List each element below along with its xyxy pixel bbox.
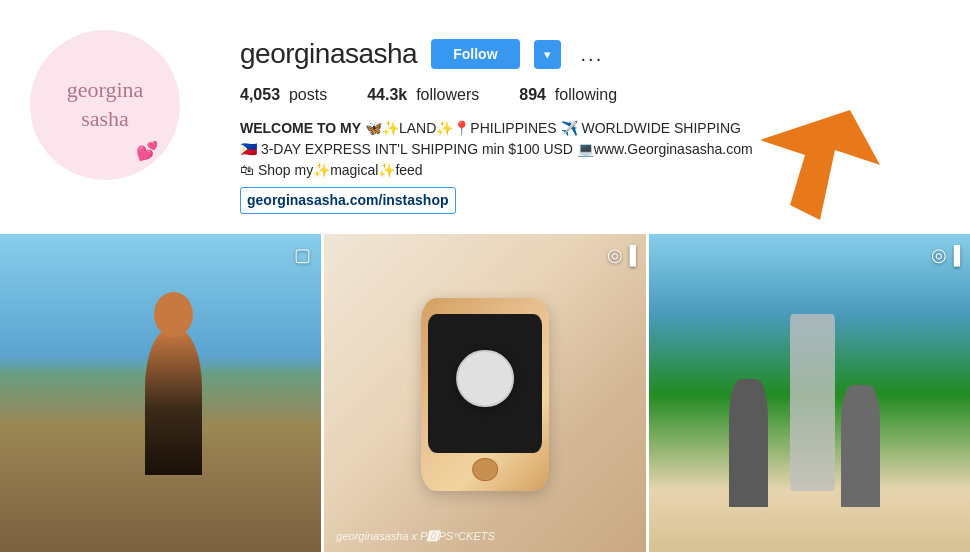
bio-line-1: WELCOME TO MY 🦋✨LAND✨📍PHILIPPINES ✈️ WOR… [240, 118, 760, 181]
media-type-icon-1: ▢ [294, 244, 311, 266]
posts-stat[interactable]: 4,053 posts [240, 86, 327, 104]
username: georginasasha [240, 38, 417, 70]
avatar[interactable]: georginasasha 💕 [30, 30, 180, 180]
more-options-button[interactable]: ... [575, 39, 610, 70]
bio-section: WELCOME TO MY 🦋✨LAND✨📍PHILIPPINES ✈️ WOR… [240, 118, 760, 214]
following-label: following [555, 86, 617, 103]
grid-item-1[interactable]: ▢ [0, 234, 321, 552]
following-count: 894 [519, 86, 546, 103]
posts-label: posts [289, 86, 327, 103]
profile-info: georginasasha Follow ▾ ... 4,053 posts 4… [240, 30, 940, 214]
media-type-icon-3: ◎▐ [931, 244, 960, 266]
grid-item-2[interactable]: ◎▐ georginasasha x P🅾PSᵒCKETS [324, 234, 645, 552]
profile-section: georginasasha 💕 georginasasha Follow ▾ .… [0, 0, 970, 234]
photo-grid: ▢ ◎▐ georginasasha x P🅾PSᵒCK [0, 234, 970, 552]
posts-count: 4,053 [240, 86, 280, 103]
followers-stat[interactable]: 44.3k followers [367, 86, 479, 104]
grid-watermark-2: georginasasha x P🅾PSᵒCKETS [336, 530, 494, 543]
followers-label: followers [416, 86, 479, 103]
grid-item-3[interactable]: ◎▐ [649, 234, 970, 552]
bio-link[interactable]: georginasasha.com/instashop [240, 187, 456, 214]
heart-icon: 💕 [136, 140, 158, 162]
following-stat[interactable]: 894 following [519, 86, 617, 104]
follow-button[interactable]: Follow [431, 39, 519, 69]
media-type-icon-2: ◎▐ [607, 244, 636, 266]
avatar-text: georginasasha [67, 76, 144, 133]
followers-count: 44.3k [367, 86, 407, 103]
dropdown-button[interactable]: ▾ [534, 40, 561, 69]
profile-header-row: georginasasha Follow ▾ ... [240, 38, 940, 70]
stats-row: 4,053 posts 44.3k followers 894 followin… [240, 86, 940, 104]
